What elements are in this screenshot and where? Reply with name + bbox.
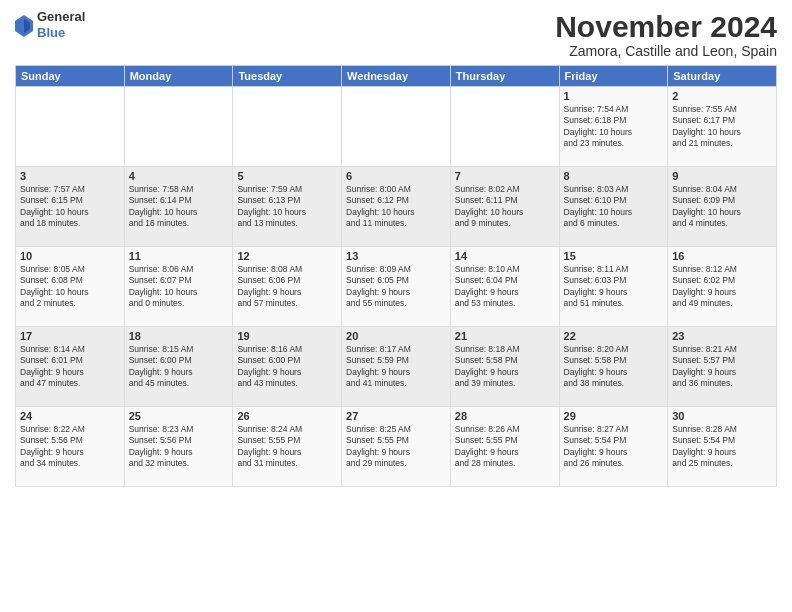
calendar-cell: 17Sunrise: 8:14 AM Sunset: 6:01 PM Dayli… xyxy=(16,327,125,407)
calendar-cell xyxy=(124,87,233,167)
day-number: 16 xyxy=(672,250,772,262)
calendar-cell: 20Sunrise: 8:17 AM Sunset: 5:59 PM Dayli… xyxy=(342,327,451,407)
calendar-cell: 14Sunrise: 8:10 AM Sunset: 6:04 PM Dayli… xyxy=(450,247,559,327)
cell-text: Sunrise: 8:27 AM Sunset: 5:54 PM Dayligh… xyxy=(564,424,664,470)
day-number: 3 xyxy=(20,170,120,182)
day-number: 29 xyxy=(564,410,664,422)
day-number: 27 xyxy=(346,410,446,422)
day-number: 15 xyxy=(564,250,664,262)
cell-text: Sunrise: 8:12 AM Sunset: 6:02 PM Dayligh… xyxy=(672,264,772,310)
cell-text: Sunrise: 8:14 AM Sunset: 6:01 PM Dayligh… xyxy=(20,344,120,390)
day-number: 26 xyxy=(237,410,337,422)
calendar-cell: 11Sunrise: 8:06 AM Sunset: 6:07 PM Dayli… xyxy=(124,247,233,327)
calendar-cell: 26Sunrise: 8:24 AM Sunset: 5:55 PM Dayli… xyxy=(233,407,342,487)
calendar-cell: 5Sunrise: 7:59 AM Sunset: 6:13 PM Daylig… xyxy=(233,167,342,247)
cell-text: Sunrise: 8:21 AM Sunset: 5:57 PM Dayligh… xyxy=(672,344,772,390)
calendar-cell: 3Sunrise: 7:57 AM Sunset: 6:15 PM Daylig… xyxy=(16,167,125,247)
calendar-cell: 28Sunrise: 8:26 AM Sunset: 5:55 PM Dayli… xyxy=(450,407,559,487)
calendar-cell: 9Sunrise: 8:04 AM Sunset: 6:09 PM Daylig… xyxy=(668,167,777,247)
title-area: November 2024 Zamora, Castille and Leon,… xyxy=(555,10,777,59)
calendar-cell: 21Sunrise: 8:18 AM Sunset: 5:58 PM Dayli… xyxy=(450,327,559,407)
calendar-cell: 22Sunrise: 8:20 AM Sunset: 5:58 PM Dayli… xyxy=(559,327,668,407)
calendar-row-0: 1Sunrise: 7:54 AM Sunset: 6:18 PM Daylig… xyxy=(16,87,777,167)
cell-text: Sunrise: 8:08 AM Sunset: 6:06 PM Dayligh… xyxy=(237,264,337,310)
day-number: 1 xyxy=(564,90,664,102)
day-number: 21 xyxy=(455,330,555,342)
cell-text: Sunrise: 8:25 AM Sunset: 5:55 PM Dayligh… xyxy=(346,424,446,470)
page: General Blue November 2024 Zamora, Casti… xyxy=(0,0,792,612)
calendar-cell: 30Sunrise: 8:28 AM Sunset: 5:54 PM Dayli… xyxy=(668,407,777,487)
header-cell-thursday: Thursday xyxy=(450,66,559,87)
header: General Blue November 2024 Zamora, Casti… xyxy=(15,10,777,59)
day-number: 20 xyxy=(346,330,446,342)
calendar-cell: 27Sunrise: 8:25 AM Sunset: 5:55 PM Dayli… xyxy=(342,407,451,487)
calendar-table: SundayMondayTuesdayWednesdayThursdayFrid… xyxy=(15,65,777,487)
day-number: 18 xyxy=(129,330,229,342)
day-number: 13 xyxy=(346,250,446,262)
cell-text: Sunrise: 8:05 AM Sunset: 6:08 PM Dayligh… xyxy=(20,264,120,310)
calendar-cell: 18Sunrise: 8:15 AM Sunset: 6:00 PM Dayli… xyxy=(124,327,233,407)
day-number: 5 xyxy=(237,170,337,182)
logo: General Blue xyxy=(15,10,85,41)
logo-blue: Blue xyxy=(37,25,65,40)
calendar-cell: 12Sunrise: 8:08 AM Sunset: 6:06 PM Dayli… xyxy=(233,247,342,327)
cell-text: Sunrise: 7:54 AM Sunset: 6:18 PM Dayligh… xyxy=(564,104,664,150)
cell-text: Sunrise: 8:22 AM Sunset: 5:56 PM Dayligh… xyxy=(20,424,120,470)
location-title: Zamora, Castille and Leon, Spain xyxy=(555,43,777,59)
cell-text: Sunrise: 8:24 AM Sunset: 5:55 PM Dayligh… xyxy=(237,424,337,470)
cell-text: Sunrise: 8:10 AM Sunset: 6:04 PM Dayligh… xyxy=(455,264,555,310)
cell-text: Sunrise: 8:26 AM Sunset: 5:55 PM Dayligh… xyxy=(455,424,555,470)
calendar-cell: 19Sunrise: 8:16 AM Sunset: 6:00 PM Dayli… xyxy=(233,327,342,407)
calendar-cell: 15Sunrise: 8:11 AM Sunset: 6:03 PM Dayli… xyxy=(559,247,668,327)
cell-text: Sunrise: 8:17 AM Sunset: 5:59 PM Dayligh… xyxy=(346,344,446,390)
day-number: 2 xyxy=(672,90,772,102)
calendar-cell: 7Sunrise: 8:02 AM Sunset: 6:11 PM Daylig… xyxy=(450,167,559,247)
calendar-cell: 16Sunrise: 8:12 AM Sunset: 6:02 PM Dayli… xyxy=(668,247,777,327)
calendar-row-1: 3Sunrise: 7:57 AM Sunset: 6:15 PM Daylig… xyxy=(16,167,777,247)
calendar-cell: 8Sunrise: 8:03 AM Sunset: 6:10 PM Daylig… xyxy=(559,167,668,247)
header-cell-sunday: Sunday xyxy=(16,66,125,87)
cell-text: Sunrise: 8:04 AM Sunset: 6:09 PM Dayligh… xyxy=(672,184,772,230)
logo-general: General xyxy=(37,10,85,23)
cell-text: Sunrise: 8:20 AM Sunset: 5:58 PM Dayligh… xyxy=(564,344,664,390)
calendar-cell xyxy=(16,87,125,167)
header-cell-wednesday: Wednesday xyxy=(342,66,451,87)
day-number: 8 xyxy=(564,170,664,182)
calendar-row-3: 17Sunrise: 8:14 AM Sunset: 6:01 PM Dayli… xyxy=(16,327,777,407)
day-number: 4 xyxy=(129,170,229,182)
calendar-cell: 6Sunrise: 8:00 AM Sunset: 6:12 PM Daylig… xyxy=(342,167,451,247)
day-number: 24 xyxy=(20,410,120,422)
cell-text: Sunrise: 8:16 AM Sunset: 6:00 PM Dayligh… xyxy=(237,344,337,390)
day-number: 25 xyxy=(129,410,229,422)
cell-text: Sunrise: 8:18 AM Sunset: 5:58 PM Dayligh… xyxy=(455,344,555,390)
day-number: 30 xyxy=(672,410,772,422)
cell-text: Sunrise: 7:58 AM Sunset: 6:14 PM Dayligh… xyxy=(129,184,229,230)
calendar-cell: 10Sunrise: 8:05 AM Sunset: 6:08 PM Dayli… xyxy=(16,247,125,327)
calendar-cell: 4Sunrise: 7:58 AM Sunset: 6:14 PM Daylig… xyxy=(124,167,233,247)
day-number: 9 xyxy=(672,170,772,182)
header-row: SundayMondayTuesdayWednesdayThursdayFrid… xyxy=(16,66,777,87)
cell-text: Sunrise: 8:28 AM Sunset: 5:54 PM Dayligh… xyxy=(672,424,772,470)
calendar-row-2: 10Sunrise: 8:05 AM Sunset: 6:08 PM Dayli… xyxy=(16,247,777,327)
header-cell-saturday: Saturday xyxy=(668,66,777,87)
calendar-cell: 1Sunrise: 7:54 AM Sunset: 6:18 PM Daylig… xyxy=(559,87,668,167)
calendar-cell xyxy=(450,87,559,167)
calendar-cell: 24Sunrise: 8:22 AM Sunset: 5:56 PM Dayli… xyxy=(16,407,125,487)
day-number: 6 xyxy=(346,170,446,182)
calendar-row-4: 24Sunrise: 8:22 AM Sunset: 5:56 PM Dayli… xyxy=(16,407,777,487)
day-number: 28 xyxy=(455,410,555,422)
day-number: 23 xyxy=(672,330,772,342)
day-number: 12 xyxy=(237,250,337,262)
cell-text: Sunrise: 8:02 AM Sunset: 6:11 PM Dayligh… xyxy=(455,184,555,230)
cell-text: Sunrise: 7:59 AM Sunset: 6:13 PM Dayligh… xyxy=(237,184,337,230)
cell-text: Sunrise: 7:55 AM Sunset: 6:17 PM Dayligh… xyxy=(672,104,772,150)
logo-text: General Blue xyxy=(37,10,85,41)
cell-text: Sunrise: 8:09 AM Sunset: 6:05 PM Dayligh… xyxy=(346,264,446,310)
cell-text: Sunrise: 8:11 AM Sunset: 6:03 PM Dayligh… xyxy=(564,264,664,310)
day-number: 7 xyxy=(455,170,555,182)
header-cell-tuesday: Tuesday xyxy=(233,66,342,87)
calendar-cell: 2Sunrise: 7:55 AM Sunset: 6:17 PM Daylig… xyxy=(668,87,777,167)
day-number: 19 xyxy=(237,330,337,342)
day-number: 11 xyxy=(129,250,229,262)
calendar-cell xyxy=(342,87,451,167)
